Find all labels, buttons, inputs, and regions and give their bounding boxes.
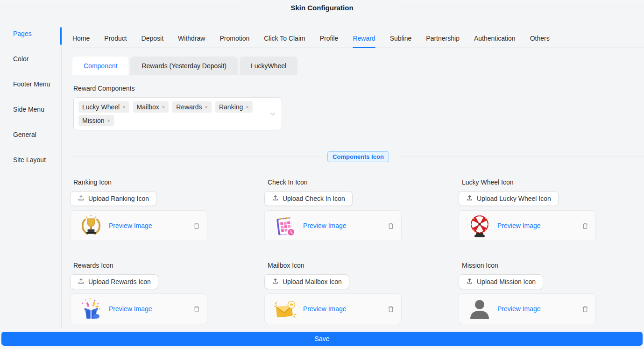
envelope-icon bbox=[273, 297, 297, 321]
chevron-down-icon bbox=[269, 111, 276, 117]
tab-others[interactable]: Others bbox=[530, 34, 550, 43]
tag-rewards: Rewards × bbox=[172, 101, 212, 113]
tag-mission: Mission × bbox=[78, 115, 114, 126]
close-icon[interactable]: × bbox=[205, 105, 208, 110]
reward-components-select[interactable]: Lucky Wheel × Mailbox × Rewards × Rankin… bbox=[73, 97, 282, 130]
preview-card: Preview Image bbox=[70, 293, 207, 324]
tab-subline[interactable]: Subline bbox=[390, 34, 412, 43]
preview-card: Preview Image bbox=[264, 210, 402, 241]
divider-line bbox=[72, 157, 320, 157]
subtab-luckywheel[interactable]: LuckyWheel bbox=[240, 57, 297, 75]
title-divider: Skin Configuration bbox=[0, 1, 644, 12]
sidebar-item-side-menu[interactable]: Side Menu bbox=[0, 106, 61, 114]
reward-subtabs: Component Rewards (Yesterday Deposit) Lu… bbox=[72, 57, 644, 75]
trash-icon[interactable] bbox=[193, 305, 200, 313]
upload-ranking-icon-button[interactable]: Upload Ranking Icon bbox=[70, 191, 156, 206]
tab-profile[interactable]: Profile bbox=[320, 34, 339, 43]
preview-image-link[interactable]: Preview Image bbox=[303, 305, 347, 313]
divider-line bbox=[0, 6, 244, 7]
upload-icon bbox=[272, 194, 279, 203]
upload-icon bbox=[78, 194, 85, 203]
subtab-rewards-yesterday-deposit[interactable]: Rewards (Yesterday Deposit) bbox=[130, 57, 238, 75]
upload-button-label: Upload Lucky Wheel Icon bbox=[477, 195, 551, 202]
upload-rewards-icon-button[interactable]: Upload Rewards Icon bbox=[70, 274, 158, 289]
preview-image-link[interactable]: Preview Image bbox=[109, 222, 152, 229]
icon-section-check-in: Check In Icon Upload Check In Icon bbox=[264, 178, 402, 241]
tab-deposit[interactable]: Deposit bbox=[142, 34, 163, 43]
page-tabs: Home Product Deposit Withdraw Promotion … bbox=[72, 28, 644, 48]
tab-home[interactable]: Home bbox=[72, 34, 90, 43]
icon-section-ranking: Ranking Icon Upload Ranking Icon bbox=[70, 178, 207, 241]
gift-box-icon bbox=[79, 297, 103, 321]
components-icon-grid: Ranking Icon Upload Ranking Icon bbox=[70, 178, 644, 324]
trash-icon[interactable] bbox=[387, 222, 395, 230]
icon-section-lucky-wheel: Lucky Wheel Icon Upload Lucky Wheel Icon bbox=[459, 178, 596, 241]
upload-icon bbox=[466, 194, 473, 203]
tab-authentication[interactable]: Authentication bbox=[474, 34, 516, 43]
preview-card: Preview Image bbox=[264, 293, 402, 324]
page-title: Skin Configuration bbox=[290, 1, 353, 12]
section-label: Ranking Icon bbox=[73, 178, 207, 186]
main-content: Home Product Deposit Withdraw Promotion … bbox=[61, 19, 644, 324]
upload-button-label: Upload Ranking Icon bbox=[88, 195, 149, 202]
upload-icon bbox=[272, 278, 279, 286]
tab-withdraw[interactable]: Withdraw bbox=[178, 34, 205, 43]
upload-check-in-icon-button[interactable]: Upload Check In Icon bbox=[264, 191, 353, 206]
save-button[interactable]: Save bbox=[1, 332, 643, 346]
tag-mailbox: Mailbox × bbox=[133, 101, 169, 113]
preview-card: Preview Image bbox=[459, 293, 596, 324]
section-label: Mission Icon bbox=[462, 262, 596, 270]
close-icon[interactable]: × bbox=[162, 105, 165, 110]
divider-line bbox=[396, 157, 644, 157]
subtab-component[interactable]: Component bbox=[72, 57, 128, 75]
tag-label: Mission bbox=[82, 115, 104, 126]
tag-label: Rewards bbox=[176, 101, 202, 113]
components-icon-divider: Components Icon bbox=[72, 151, 644, 162]
divider-line bbox=[400, 6, 644, 7]
trash-icon[interactable] bbox=[581, 222, 589, 230]
section-label: Lucky Wheel Icon bbox=[462, 178, 596, 186]
upload-icon bbox=[78, 278, 85, 286]
preview-image-link[interactable]: Preview Image bbox=[109, 305, 152, 313]
calendar-check-icon bbox=[273, 214, 297, 238]
sidebar-item-footer-menu[interactable]: Footer Menu bbox=[0, 80, 61, 88]
close-icon[interactable]: × bbox=[107, 118, 110, 123]
upload-icon bbox=[466, 278, 473, 286]
preview-image-link[interactable]: Preview Image bbox=[303, 222, 347, 229]
upload-mailbox-icon-button[interactable]: Upload Mailbox Icon bbox=[264, 274, 349, 289]
tag-label: Ranking bbox=[219, 101, 243, 113]
close-icon[interactable]: × bbox=[246, 105, 248, 110]
icon-section-rewards: Rewards Icon Upload Rewards Icon bbox=[70, 262, 207, 324]
components-icon-badge[interactable]: Components Icon bbox=[327, 151, 389, 162]
upload-button-label: Upload Mailbox Icon bbox=[283, 278, 342, 285]
preview-image-link[interactable]: Preview Image bbox=[497, 305, 541, 313]
section-label: Mailbox Icon bbox=[268, 262, 402, 270]
upload-mission-icon-button[interactable]: Upload Mission Icon bbox=[459, 274, 543, 289]
person-icon bbox=[467, 297, 492, 321]
upload-button-label: Upload Mission Icon bbox=[477, 278, 536, 285]
preview-image-link[interactable]: Preview Image bbox=[497, 222, 541, 229]
tab-reward[interactable]: Reward bbox=[353, 34, 375, 43]
upload-button-label: Upload Rewards Icon bbox=[88, 278, 151, 285]
sidebar-item-color[interactable]: Color bbox=[0, 55, 61, 63]
tab-product[interactable]: Product bbox=[104, 34, 127, 43]
section-label: Check In Icon bbox=[268, 178, 402, 186]
trash-icon[interactable] bbox=[387, 305, 395, 313]
trophy-icon bbox=[79, 214, 103, 238]
tag-lucky-wheel: Lucky Wheel × bbox=[78, 101, 129, 113]
preview-card: Preview Image bbox=[459, 210, 596, 241]
lucky-wheel-icon bbox=[467, 214, 492, 238]
trash-icon[interactable] bbox=[581, 305, 589, 313]
close-icon[interactable]: × bbox=[122, 105, 125, 110]
sidebar-item-site-layout[interactable]: Site Layout bbox=[0, 156, 61, 164]
tab-promotion[interactable]: Promotion bbox=[219, 34, 249, 43]
trash-icon[interactable] bbox=[193, 222, 200, 230]
preview-card: Preview Image bbox=[70, 210, 207, 241]
sidebar-item-general[interactable]: General bbox=[0, 131, 61, 139]
tab-click-to-claim[interactable]: Click To Claim bbox=[264, 34, 305, 43]
tag-ranking: Ranking × bbox=[215, 101, 253, 113]
sidebar-item-pages[interactable]: Pages bbox=[0, 30, 61, 38]
tag-label: Lucky Wheel bbox=[82, 101, 120, 113]
tab-partnership[interactable]: Partnership bbox=[426, 34, 460, 43]
upload-lucky-wheel-icon-button[interactable]: Upload Lucky Wheel Icon bbox=[459, 191, 559, 206]
